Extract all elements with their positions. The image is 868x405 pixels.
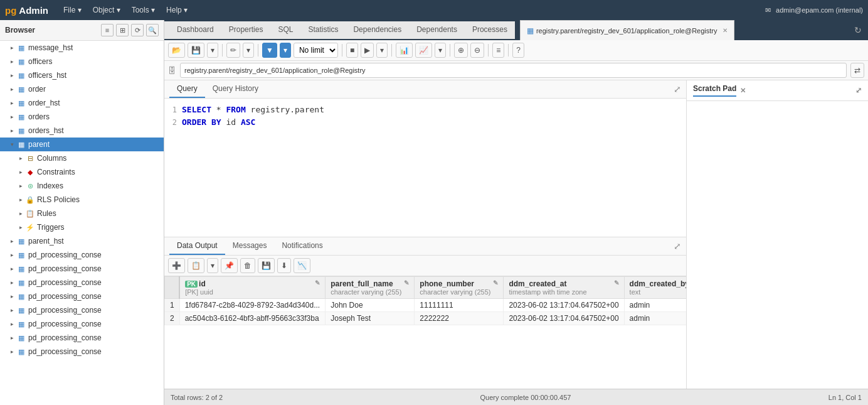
tree-item-parent[interactable]: ▦ parent bbox=[0, 138, 164, 151]
cell-id-2[interactable]: ac504cb3-6162-4bf3-abff-95663c33f3ba bbox=[179, 312, 326, 325]
open-file-btn[interactable]: 📂 bbox=[168, 43, 185, 58]
tree-item-columns[interactable]: ⊟ Columns bbox=[0, 151, 164, 165]
tree-item-order-hst[interactable]: ▦ order_hst bbox=[0, 96, 164, 110]
tab-properties[interactable]: Properties bbox=[221, 21, 271, 39]
add-row-btn[interactable]: ➕ bbox=[168, 258, 185, 273]
tree-arrow-message-hst bbox=[8, 43, 16, 52]
tree-item-parent-hst[interactable]: ▦ parent_hst bbox=[0, 234, 164, 248]
save-btn[interactable]: 💾 bbox=[188, 43, 204, 58]
tree-item-constraints[interactable]: ◆ Constraints bbox=[0, 165, 164, 179]
tree-item-officers-hst[interactable]: ▦ officers_hst bbox=[0, 68, 164, 82]
tab-messages[interactable]: Messages bbox=[225, 237, 275, 255]
cell-dca-2[interactable]: 2023-06-02 13:17:04.647502+00 bbox=[504, 312, 624, 325]
tab-data-output[interactable]: Data Output bbox=[169, 237, 225, 255]
tree-item-pd1[interactable]: ▦ pd_processing_conse bbox=[0, 248, 164, 262]
row-num-1: 1 bbox=[165, 299, 180, 312]
cell-dcb-2[interactable]: admin bbox=[624, 312, 686, 325]
cell-phone-2[interactable]: 2222222 bbox=[415, 312, 504, 325]
editor-expand-icon[interactable]: ⤢ bbox=[674, 84, 681, 94]
save-dropdown-btn[interactable]: ▾ bbox=[207, 43, 218, 58]
tree-item-message-hst[interactable]: ▦ message_hst bbox=[0, 41, 164, 55]
macros-btn[interactable]: ≡ bbox=[492, 43, 504, 58]
cell-phone-1[interactable]: 11111111 bbox=[415, 299, 504, 312]
connection-switch-btn[interactable]: ⇄ bbox=[850, 63, 864, 78]
scratch-pad-body[interactable] bbox=[687, 101, 868, 389]
tree-item-indexes[interactable]: ⊛ Indexes bbox=[0, 179, 164, 193]
tab-notifications[interactable]: Notifications bbox=[274, 237, 330, 255]
tree-item-pd5[interactable]: ▦ pd_processing_conse bbox=[0, 303, 164, 317]
tab-sql[interactable]: SQL bbox=[270, 21, 300, 39]
tab-processes[interactable]: Processes bbox=[465, 21, 515, 39]
status-bar: Total rows: 2 of 2 Query complete 00:00:… bbox=[164, 389, 868, 405]
tree-item-rules[interactable]: 📋 Rules bbox=[0, 207, 164, 220]
tree-item-orders-hst[interactable]: ▦ orders_hst bbox=[0, 124, 164, 138]
tab-query[interactable]: Query bbox=[169, 80, 205, 98]
sidebar-grid-btn[interactable]: ⊞ bbox=[116, 24, 129, 36]
menu-tools[interactable]: Tools ▾ bbox=[127, 3, 160, 17]
tree-item-pd4[interactable]: ▦ pd_processing_conse bbox=[0, 289, 164, 303]
scratch-pad-close-btn[interactable]: ✕ bbox=[740, 87, 746, 95]
copy-dropdown-btn[interactable]: ▾ bbox=[207, 258, 218, 273]
commit-btn[interactable]: ⊕ bbox=[454, 43, 468, 58]
edit-icon-pfn[interactable]: ✎ bbox=[404, 279, 409, 286]
tree-item-pd3[interactable]: ▦ pd_processing_conse bbox=[0, 276, 164, 289]
editor-tabs-left: Query Query History bbox=[169, 80, 266, 98]
query-tool-tab[interactable]: ▦ registry.parent/registry_dev_601/appli… bbox=[520, 20, 734, 40]
limit-select[interactable]: No limit 10 50 100 500 bbox=[294, 43, 338, 58]
tree-item-rls[interactable]: 🔒 RLS Policies bbox=[0, 193, 164, 207]
tab-dashboard[interactable]: Dashboard bbox=[169, 21, 221, 39]
scratch-pad-expand-btn[interactable]: ⤢ bbox=[855, 86, 862, 95]
query-tab-close[interactable]: ✕ bbox=[722, 27, 728, 34]
menu-object[interactable]: Object ▾ bbox=[88, 3, 125, 17]
cell-pfn-1[interactable]: John Doe bbox=[326, 299, 415, 312]
tab-query-history[interactable]: Query History bbox=[205, 80, 266, 98]
tree-item-orders[interactable]: ▦ orders bbox=[0, 110, 164, 124]
explain-analyze-btn[interactable]: 📈 bbox=[415, 43, 432, 58]
edit-dropdown-btn[interactable]: ▾ bbox=[243, 43, 254, 58]
filter-btn[interactable]: ▼ bbox=[262, 43, 277, 58]
help-btn[interactable]: ? bbox=[512, 43, 524, 58]
run-dropdown-btn[interactable]: ▾ bbox=[376, 43, 388, 58]
chart-btn[interactable]: 📉 bbox=[294, 258, 310, 273]
tab-refresh-icon[interactable]: ↻ bbox=[854, 25, 868, 35]
copy-btn[interactable]: 📋 bbox=[188, 258, 204, 273]
explain-btn[interactable]: 📊 bbox=[396, 43, 413, 58]
tree-item-pd8[interactable]: ▦ pd_processing_conse bbox=[0, 345, 164, 359]
status-cursor-pos: Ln 1, Col 1 bbox=[828, 394, 862, 401]
edit-btn[interactable]: ✏ bbox=[226, 43, 240, 58]
tab-statistics[interactable]: Statistics bbox=[300, 21, 346, 39]
toolbar-sep4 bbox=[391, 44, 392, 57]
tree-item-triggers[interactable]: ⚡ Triggers bbox=[0, 220, 164, 234]
menu-help[interactable]: Help ▾ bbox=[161, 3, 193, 17]
edit-icon-phone[interactable]: ✎ bbox=[493, 279, 498, 286]
cell-id-1[interactable]: 1fd67847-c2b8-4029-8792-3ad4d340d... bbox=[179, 299, 326, 312]
explain-dropdown-btn[interactable]: ▾ bbox=[435, 43, 446, 58]
tab-dependents[interactable]: Dependents bbox=[409, 21, 465, 39]
tree-item-pd2[interactable]: ▦ pd_processing_conse bbox=[0, 262, 164, 276]
edit-icon-dca[interactable]: ✎ bbox=[614, 279, 619, 286]
run-btn[interactable]: ▶ bbox=[361, 43, 374, 58]
results-expand-icon[interactable]: ⤢ bbox=[674, 241, 681, 251]
rollback-btn[interactable]: ⊖ bbox=[470, 43, 484, 58]
tree-item-officers[interactable]: ▦ officers bbox=[0, 55, 164, 68]
cell-pfn-2[interactable]: Joseph Test bbox=[326, 312, 415, 325]
tree-item-order[interactable]: ▦ order bbox=[0, 82, 164, 96]
download-btn[interactable]: ⬇ bbox=[277, 258, 291, 273]
sidebar-search-btn[interactable]: 🔍 bbox=[146, 24, 159, 36]
tab-dependencies[interactable]: Dependencies bbox=[346, 21, 409, 39]
tree-item-pd7[interactable]: ▦ pd_processing_conse bbox=[0, 331, 164, 345]
cell-dca-1[interactable]: 2023-06-02 13:17:04.647502+00 bbox=[504, 299, 624, 312]
sidebar-collapse-btn[interactable]: ≡ bbox=[101, 24, 114, 36]
edit-icon-id[interactable]: ✎ bbox=[315, 279, 320, 286]
menu-file[interactable]: File ▾ bbox=[58, 3, 87, 17]
cell-dcb-1[interactable]: admin bbox=[624, 299, 686, 312]
sidebar-refresh-btn[interactable]: ⟳ bbox=[131, 24, 144, 36]
tree-item-pd6[interactable]: ▦ pd_processing_conse bbox=[0, 317, 164, 331]
stop-btn[interactable]: ■ bbox=[346, 43, 358, 58]
filter-dropdown-btn[interactable]: ▾ bbox=[280, 43, 291, 58]
code-editor[interactable]: 1 SELECT * FROM registry.parent 2 ORDER … bbox=[164, 99, 686, 237]
delete-btn[interactable]: 🗑 bbox=[240, 258, 255, 273]
table-row: 1 1fd67847-c2b8-4029-8792-3ad4d340d... J… bbox=[165, 299, 687, 312]
save-data-btn[interactable]: 💾 bbox=[258, 258, 275, 273]
paste-btn[interactable]: 📌 bbox=[221, 258, 238, 273]
